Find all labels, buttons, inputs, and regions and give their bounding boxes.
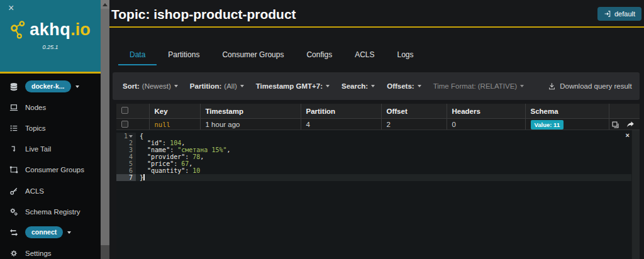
json-value: 10 [192, 167, 200, 174]
select-all-checkbox[interactable] [121, 107, 128, 114]
column-header-key: Key [149, 104, 200, 119]
actions-cell [609, 119, 640, 131]
cluster-default-label: default [614, 10, 635, 18]
json-editor[interactable]: 1{2 "id": 104,3 "name": "сметана 15%",4 … [116, 130, 631, 259]
sidebar-item-consumer-groups[interactable]: Consumer Groups [0, 160, 101, 180]
chevron-down-icon [174, 85, 178, 87]
text-cursor [143, 174, 145, 180]
sidebar-item-label: Topics [25, 124, 46, 132]
brand-text: akhq [30, 20, 70, 40]
filter-time-format-relative[interactable]: Time Format: (RELATIVE) [433, 82, 525, 90]
code-text: } [136, 174, 145, 181]
sidebar-item-topics[interactable]: Topics [0, 118, 101, 138]
column-header-timestamp: Timestamp [200, 104, 301, 119]
sidebar-item-settings[interactable]: Settings [0, 243, 101, 259]
sidebar-item-label: ACLS [25, 187, 44, 195]
main-content: Topic: ishop-product-product default Dat… [109, 0, 644, 259]
column-header-blank [116, 104, 149, 119]
key-cell: null [149, 119, 200, 131]
table-row[interactable]: null1 hour ago420Value: 11 [116, 119, 640, 131]
filter-label: Offsets: [387, 82, 414, 90]
sidebar-item-nodes[interactable]: Nodes [0, 97, 101, 118]
column-header-partition: Partition [301, 104, 381, 119]
filter-value: (Newest) [142, 82, 171, 90]
tab-logs[interactable]: Logs [386, 46, 425, 65]
sidebar-item-acls[interactable]: ACLS [0, 180, 101, 201]
row-actions [614, 121, 635, 129]
code-line-6[interactable]: 6 "quantity": 10 [116, 167, 631, 174]
share-message-button[interactable] [626, 121, 635, 129]
scrollbar-up-button[interactable] [101, 0, 109, 9]
filter-label: Timestamp GMT+7: [256, 82, 323, 90]
chevron-down-icon [326, 85, 330, 87]
filter-sort[interactable]: Sort:(Newest) [123, 82, 178, 90]
key-value: null [155, 121, 170, 128]
tab-acls[interactable]: ACLS [343, 46, 386, 65]
line-number: 7 [116, 174, 136, 181]
consumer-groups-icon [8, 165, 19, 175]
copy-message-button[interactable] [611, 121, 619, 129]
brand-suffix-text: .io [70, 20, 91, 40]
code-line-5[interactable]: 5 "price": 67, [116, 160, 631, 167]
sidebar-item-live-tail[interactable]: Live Tail [0, 139, 101, 160]
database-icon [8, 82, 19, 92]
schema-value-badge[interactable]: Value: 11 [531, 120, 564, 130]
code-text: { [136, 133, 143, 140]
code-text: "quantity": 10 [136, 167, 200, 174]
column-header-schema: Schema [525, 104, 609, 119]
sidebar-item-schema-registry[interactable]: Schema Registry [0, 201, 101, 222]
row-checkbox-cell [116, 119, 149, 131]
code-line-2[interactable]: 2 "id": 104, [116, 140, 631, 146]
editor-scrollbar[interactable] [631, 130, 640, 259]
filter-label: Search: [341, 82, 368, 90]
sidebar-item-label: connect [25, 226, 63, 238]
line-number: 1 [116, 133, 136, 140]
sign-in-icon [604, 10, 611, 18]
partition-cell: 4 [301, 119, 381, 131]
page-header: Topic: ishop-product-product default [109, 0, 644, 28]
schema-cell: Value: 11 [525, 119, 609, 131]
sidebar-item-label: Settings [25, 250, 52, 257]
filter-label: Partition: [190, 82, 221, 90]
akhq-app: × akhq.io 0.25.1 docker-k...NodesTopi [0, 0, 644, 259]
filter-offsets[interactable]: Offsets: [387, 82, 421, 90]
cluster-default-button[interactable]: default [597, 7, 641, 21]
chevron-down-icon [371, 85, 375, 87]
nodes-icon [8, 102, 19, 113]
chevron-down-icon [418, 85, 421, 87]
sidebar-item-label: Schema Registry [25, 208, 80, 216]
timestamp-cell: 1 hour ago [200, 119, 301, 131]
download-query-result-button[interactable]: Download query result [548, 82, 631, 91]
filter-partition[interactable]: Partition:(All) [190, 82, 244, 90]
tab-configs[interactable]: Configs [295, 46, 343, 65]
code-line-3[interactable]: 3 "name": "сметана 15%", [116, 146, 631, 153]
filter-label: Sort: [123, 82, 140, 90]
tab-partitions[interactable]: Partitions [157, 46, 211, 65]
code-text: "provider": 78, [136, 153, 204, 160]
messages-table: KeyTimestampPartitionOffsetHeadersSchema… [116, 104, 640, 131]
scrollbar-thumb[interactable] [101, 9, 109, 245]
sidebar-close-icon[interactable]: × [8, 2, 14, 14]
code-line-4[interactable]: 4 "provider": 78, [116, 153, 631, 160]
sidebar-item-connect[interactable]: connect [0, 222, 101, 243]
chevron-down-icon [75, 85, 79, 88]
tab-data[interactable]: Data [118, 46, 157, 65]
headers-cell: 0 [447, 119, 525, 131]
filter-search[interactable]: Search: [341, 82, 375, 90]
filter-timestamp-gmt-7[interactable]: Timestamp GMT+7: [256, 82, 330, 90]
molecule-logo-icon [10, 20, 27, 40]
fold-toggle-icon[interactable] [129, 135, 133, 138]
tab-consumer-groups[interactable]: Consumer Groups [211, 46, 295, 65]
page-vertical-scrollbar[interactable] [101, 0, 109, 259]
scroll-up-arrow-icon [103, 3, 108, 6]
sidebar-item-docker-k[interactable]: docker-k... [0, 76, 101, 97]
query-toolbar: Sort:(Newest)Partition:(All)Timestamp GM… [113, 72, 640, 100]
json-value: 104 [170, 140, 181, 146]
exchange-icon [8, 228, 19, 238]
line-number: 2 [116, 140, 136, 146]
row-checkbox[interactable] [121, 121, 128, 128]
line-number: 5 [116, 160, 136, 167]
preview-close-icon[interactable]: × [626, 131, 630, 139]
code-line-1[interactable]: 1{ [116, 133, 631, 140]
code-line-7[interactable]: 7} [116, 174, 631, 181]
